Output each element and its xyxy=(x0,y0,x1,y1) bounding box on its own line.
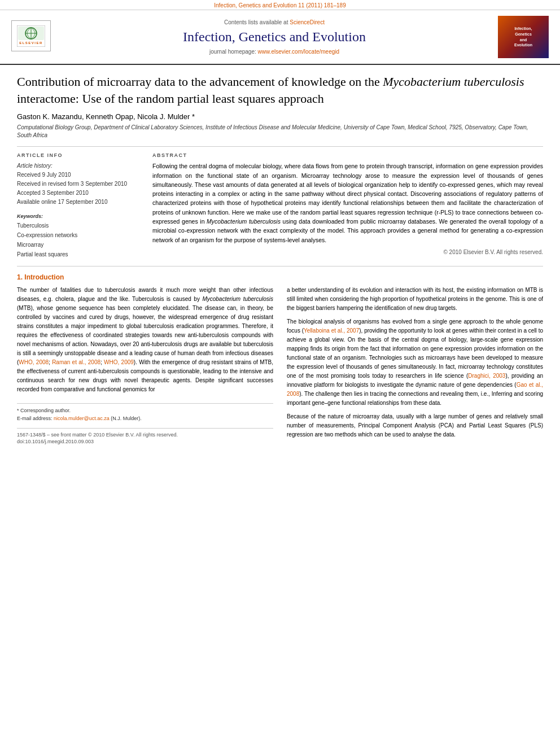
available-date: Available online 17 September 2010 xyxy=(17,198,141,207)
keyword-3: Microarray xyxy=(17,240,141,250)
journal-citation: Infection, Genetics and Evolution 11 (20… xyxy=(214,2,346,8)
issn-text: 1567-1348/$ – see front matter © 2010 El… xyxy=(17,432,178,438)
cover-text: Infection,GeneticsandEvolution xyxy=(514,26,532,48)
footnote-email: E-mail address: nicola.mulder@uct.ac.za … xyxy=(17,415,273,423)
abstract-column: ABSTRACT Following the central dogma of … xyxy=(152,152,543,259)
intro-right-text: a better understanding of its evolution … xyxy=(287,286,543,439)
received-revised-date: Received in revised form 3 September 201… xyxy=(17,180,141,189)
keywords-list: Tuberculosis Co-expression networks Micr… xyxy=(17,221,141,259)
article-info-abstract-section: ARTICLE INFO Article history: Received 9… xyxy=(17,152,543,259)
accepted-date: Accepted 3 September 2010 xyxy=(17,189,141,198)
keyword-2: Co-expression networks xyxy=(17,230,141,240)
inferring-word: Inferring xyxy=(492,391,513,397)
footnote-corresponding: * Corresponding author. xyxy=(17,407,273,415)
history-label: Article history: xyxy=(17,161,141,171)
ref-draghici[interactable]: Draghici, 2003 xyxy=(468,373,505,379)
article-info-column: ARTICLE INFO Article history: Received 9… xyxy=(17,152,141,259)
hypothetical-word: hypothetical xyxy=(251,199,283,206)
keyword-1: Tuberculosis xyxy=(17,221,141,230)
authors-line: Gaston K. Mazandu, Kenneth Opap, Nicola … xyxy=(17,112,543,121)
ref-who2009[interactable]: WHO, 2009 xyxy=(104,359,134,365)
article-info-label: ARTICLE INFO xyxy=(17,152,141,158)
introduction-heading: 1. Introduction xyxy=(17,273,543,281)
affiliation-text: Computational Biology Group, Department … xyxy=(17,124,543,139)
received-date: Received 9 July 2010 xyxy=(17,171,141,180)
journal-homepage: journal homepage: www.elsevier.com/locat… xyxy=(62,49,487,55)
hypothetical-proteins-phrase: hypothetical xyxy=(416,296,446,302)
challenge-then-phrase: challenge then xyxy=(316,391,352,397)
introduction-section: 1. Introduction The number of fatalities… xyxy=(17,273,543,444)
abstract-text: Following the central dogma of molecular… xyxy=(152,161,543,244)
article-history: Article history: Received 9 July 2010 Re… xyxy=(17,161,141,207)
body-divider xyxy=(17,266,543,267)
keyword-4: Partial least squares xyxy=(17,250,141,259)
elsevier-logo-box: ELSEVIER xyxy=(11,20,51,51)
journal-cover-thumbnail: Infection,GeneticsandEvolution xyxy=(498,16,549,58)
sciencedirect-link[interactable]: ScienceDirect xyxy=(290,19,325,25)
intro-right-column: a better understanding of its evolution … xyxy=(287,286,543,444)
svg-text:ELSEVIER: ELSEVIER xyxy=(19,41,43,45)
author-names: Gaston K. Mazandu, Kenneth Opap, Nicola … xyxy=(17,112,195,121)
characterization-word: characterization xyxy=(494,199,536,206)
journal-title-area: Contents lists available at ScienceDirec… xyxy=(51,19,498,55)
keywords-section: Keywords: Tuberculosis Co-expression net… xyxy=(17,213,141,259)
journal-title: Infection, Genetics and Evolution xyxy=(62,29,487,45)
bottom-bar: 1567-1348/$ – see front matter © 2010 El… xyxy=(17,428,273,438)
caused-word: caused xyxy=(173,296,191,302)
copyright-line: © 2010 Elsevier B.V. All rights reserved… xyxy=(152,249,543,255)
journal-citation-bar: Infection, Genetics and Evolution 11 (20… xyxy=(0,0,560,10)
compounds-word: compounds xyxy=(130,368,160,374)
introduction-body: The number of fatalities due to tubercul… xyxy=(17,286,543,444)
intro-left-column: The number of fatalities due to tubercul… xyxy=(17,286,273,444)
article-title: Contribution of microarray data to the a… xyxy=(17,73,543,107)
ref-who2008[interactable]: WHO, 2008 xyxy=(19,359,49,365)
contents-available-line: Contents lists available at ScienceDirec… xyxy=(62,19,487,25)
main-content: Contribution of microarray data to the a… xyxy=(0,65,560,456)
header-divider xyxy=(17,146,543,147)
ref-yellaboina[interactable]: Yellaboina et al., 2007 xyxy=(304,327,359,334)
footnote-area: * Corresponding author. E-mail address: … xyxy=(17,403,273,422)
journal-header: ELSEVIER Contents lists available at Sci… xyxy=(0,10,560,65)
publisher-logo-area: ELSEVIER xyxy=(11,20,51,54)
email-link[interactable]: nicola.mulder@uct.ac.za xyxy=(54,416,110,421)
homepage-url[interactable]: www.elsevier.com/locate/meegid xyxy=(258,49,340,55)
doi-text: doi:10.1016/j.meegid.2010.09.003 xyxy=(17,439,273,444)
ref-raman2008[interactable]: Raman et al., 2008 xyxy=(52,359,100,365)
keywords-label: Keywords: xyxy=(17,213,141,219)
abstract-label: ABSTRACT xyxy=(152,152,543,158)
intro-left-text: The number of fatalities due to tubercul… xyxy=(17,286,273,394)
